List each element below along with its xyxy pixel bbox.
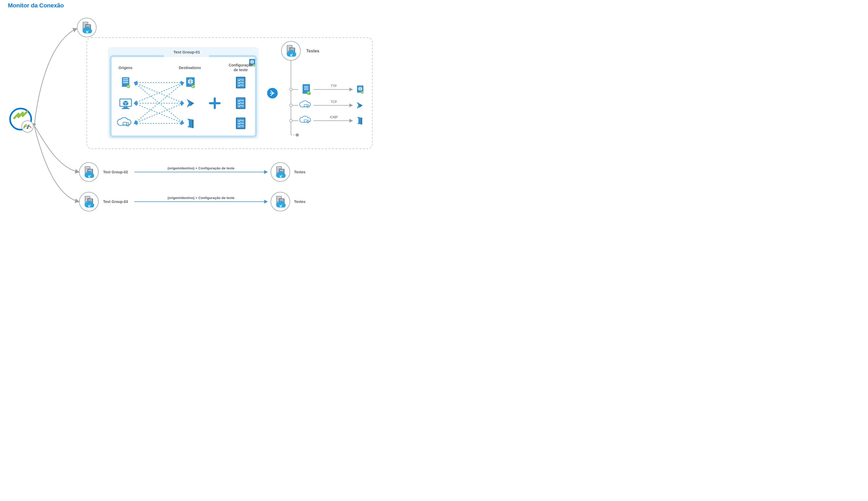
testes-title: Testes [306,49,319,53]
group2-testes-label: Testes [294,170,306,174]
diagram-svg [0,0,381,218]
test-row-1 [249,59,352,95]
group2-arrow-label: (origem/destino) + Configuração de teste [167,166,234,170]
group3-server-node [79,192,98,211]
group3-arrow-label: (origem/destino) + Configuração de teste [167,196,234,200]
svg-point-29 [22,121,33,132]
test-row-1-protocol: TTP [331,84,337,88]
source-icon-server [122,77,130,88]
crossing-connectors [134,83,184,123]
diagram-canvas: Monitor da Conexão [0,0,381,218]
col-testconfig-label: Configuração de teste [229,63,253,72]
root-anchor-dot [33,123,36,126]
test-row-2-protocol: TCP [331,100,337,104]
testconfig-icon-2 [236,97,245,109]
svg-point-52 [289,119,292,122]
testes-server-node [282,41,300,60]
group1-server-node [77,18,96,37]
test-row-3-protocol: ICMP [330,115,338,119]
testconfig-icon-1 [236,77,245,88]
connector-root-to-group3 [34,127,79,202]
arrow-badge [267,88,278,98]
connector-root-to-group2 [34,126,79,172]
svg-line-39 [134,83,184,123]
svg-point-44 [267,88,278,98]
svg-point-31 [27,127,28,129]
test-row-1-dest [357,85,364,94]
testes-tree-lines [291,60,298,135]
col-destinations-label: Destinations [179,66,201,70]
monitor-root-icon [10,108,33,132]
destination-icon-dynamics [187,99,194,107]
group3-testes-label: Testes [294,200,306,204]
svg-line-36 [134,83,184,103]
testconfig-icon-3 [236,118,245,129]
source-icon-cloud [118,118,131,126]
svg-point-28 [10,108,31,130]
test-row-1-src [303,85,310,94]
svg-point-53 [296,134,299,137]
plus-icon [210,98,220,108]
svg-line-38 [134,103,184,123]
svg-line-35 [134,83,184,123]
svg-line-34 [134,83,184,103]
group3-testes-node [271,192,290,211]
svg-line-30 [28,125,29,128]
testgroup-panel-bg [108,47,259,139]
source-icon-monitor [120,99,131,109]
svg-point-50 [289,88,292,91]
connector-root-to-group1 [34,29,77,125]
svg-point-51 [289,104,292,107]
destination-icon-office [187,119,194,128]
group2-server-node [79,162,98,182]
diagram-title: Monitor da Conexão [8,2,64,9]
destination-icon-globe [186,77,195,88]
group3-label: Test Group-03 [103,200,128,204]
group1-expanded-container [87,38,372,149]
group2-label: Test Group-02 [103,170,128,174]
group2-testes-node [271,162,290,182]
svg-line-40 [134,103,184,123]
testgroup-panel-title: Test Group-01 [174,50,200,54]
col-sources-label: Origens [119,66,132,70]
